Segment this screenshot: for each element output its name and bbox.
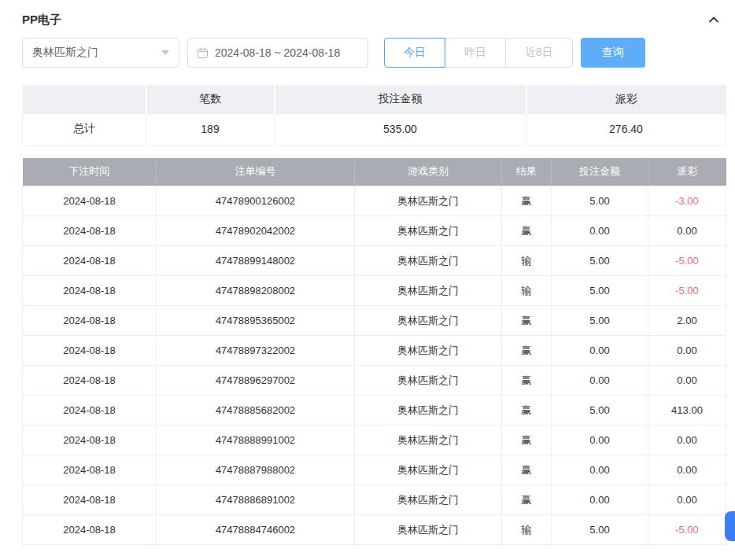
cell-bet-id: 47478886891002 bbox=[157, 485, 355, 515]
cell-bet-time: 2024-08-18 bbox=[23, 396, 157, 426]
summary-header-blank bbox=[23, 85, 146, 113]
chevron-down-icon bbox=[161, 50, 169, 55]
quick-range-yesterday-button[interactable]: 昨日 bbox=[445, 38, 506, 68]
date-range-value: 2024-08-18 ~ 2024-08-18 bbox=[215, 46, 340, 59]
cell-game-category: 奥林匹斯之门 bbox=[355, 455, 502, 485]
cell-bet-id: 47478888991002 bbox=[157, 426, 355, 455]
cell-bet-id: 47478902042002 bbox=[157, 216, 355, 246]
table-row: 2024-08-1847478895365002奥林匹斯之门赢5.002.00 bbox=[23, 306, 726, 336]
summary-total-bet-amount: 535.00 bbox=[275, 113, 526, 145]
summary-total-payout: 276.40 bbox=[526, 113, 726, 145]
cell-game-category: 奥林匹斯之门 bbox=[355, 186, 502, 216]
cell-bet-amount: 0.00 bbox=[552, 455, 648, 485]
records-table: 下注时间 注单编号 游戏类别 结果 投注金额 派彩 2024-08-184747… bbox=[22, 158, 726, 546]
cell-bet-amount: 0.00 bbox=[552, 366, 648, 396]
cell-payout: 0.00 bbox=[648, 366, 726, 396]
cell-game-category: 奥林匹斯之门 bbox=[355, 366, 502, 396]
cell-result: 赢 bbox=[502, 426, 552, 455]
table-row: 2024-08-1847478886891002奥林匹斯之门赢0.000.00 bbox=[23, 485, 726, 515]
pp-games-panel: PP电子 奥林匹斯之门 2024-08-18 ~ 2024-08-18 今日 昨… bbox=[0, 0, 735, 560]
cell-result: 赢 bbox=[502, 336, 552, 366]
table-row: 2024-08-1847478885682002奥林匹斯之门赢5.00413.0… bbox=[23, 396, 726, 426]
cell-bet-amount: 5.00 bbox=[552, 515, 648, 545]
cell-game-category: 奥林匹斯之门 bbox=[355, 426, 502, 455]
table-row: 2024-08-1847478899148002奥林匹斯之门输5.00-5.00 bbox=[23, 246, 726, 276]
cell-payout: -5.00 bbox=[648, 276, 726, 306]
cell-bet-time: 2024-08-18 bbox=[23, 246, 157, 276]
cell-bet-id: 47478898208002 bbox=[157, 276, 355, 306]
cell-game-category: 奥林匹斯之门 bbox=[355, 396, 502, 426]
cell-bet-amount: 0.00 bbox=[552, 336, 648, 366]
cell-game-category: 奥林匹斯之门 bbox=[355, 216, 502, 246]
date-range-input[interactable]: 2024-08-18 ~ 2024-08-18 bbox=[187, 38, 368, 68]
cell-game-category: 奥林匹斯之门 bbox=[355, 276, 502, 306]
cell-bet-id: 47478900126002 bbox=[157, 186, 355, 216]
quick-range-last8days-button[interactable]: 近8日 bbox=[505, 38, 573, 68]
cell-bet-time: 2024-08-18 bbox=[23, 455, 157, 485]
cell-payout: 0.00 bbox=[648, 455, 726, 485]
records-header-payout: 派彩 bbox=[648, 158, 726, 186]
cell-bet-id: 47478899148002 bbox=[157, 246, 355, 276]
table-row: 2024-08-1847478887988002奥林匹斯之门赢0.000.00 bbox=[23, 455, 726, 485]
table-row: 2024-08-1847478898208002奥林匹斯之门输5.00-5.00 bbox=[23, 276, 726, 306]
cell-bet-amount: 5.00 bbox=[552, 186, 648, 216]
cell-payout: 2.00 bbox=[648, 306, 726, 336]
cell-result: 赢 bbox=[502, 396, 552, 426]
cell-payout: 0.00 bbox=[648, 485, 726, 515]
table-row: 2024-08-1847478896297002奥林匹斯之门赢0.000.00 bbox=[23, 366, 726, 396]
summary-total-label: 总计 bbox=[23, 113, 146, 145]
summary-total-count: 189 bbox=[146, 113, 275, 145]
cell-bet-amount: 0.00 bbox=[552, 426, 648, 455]
calendar-icon bbox=[197, 47, 209, 59]
cell-bet-amount: 0.00 bbox=[552, 485, 648, 515]
cell-bet-amount: 5.00 bbox=[552, 306, 648, 336]
records-header-row: 下注时间 注单编号 游戏类别 结果 投注金额 派彩 bbox=[23, 158, 726, 186]
cell-bet-time: 2024-08-18 bbox=[23, 336, 157, 366]
cell-bet-amount: 5.00 bbox=[552, 276, 648, 306]
cell-result: 赢 bbox=[502, 485, 552, 515]
cell-game-category: 奥林匹斯之门 bbox=[355, 515, 502, 545]
cell-bet-time: 2024-08-18 bbox=[23, 276, 157, 306]
cell-bet-time: 2024-08-18 bbox=[23, 426, 157, 455]
cell-bet-id: 47478896297002 bbox=[157, 366, 355, 396]
cell-result: 输 bbox=[502, 246, 552, 276]
cell-result: 输 bbox=[502, 515, 552, 545]
game-select[interactable]: 奥林匹斯之门 bbox=[22, 38, 179, 68]
floating-widget-button[interactable] bbox=[725, 511, 735, 541]
cell-payout: -3.00 bbox=[648, 186, 726, 216]
summary-header-count: 笔数 bbox=[146, 85, 275, 113]
table-row: 2024-08-1847478897322002奥林匹斯之门赢0.000.00 bbox=[23, 336, 726, 366]
search-button[interactable]: 查询 bbox=[581, 38, 645, 68]
game-select-value: 奥林匹斯之门 bbox=[32, 46, 98, 60]
filter-bar: 奥林匹斯之门 2024-08-18 ~ 2024-08-18 今日 昨日 近8日… bbox=[0, 38, 735, 68]
records-header-game: 游戏类别 bbox=[355, 158, 502, 186]
cell-bet-id: 47478885682002 bbox=[157, 396, 355, 426]
records-header-time: 下注时间 bbox=[23, 158, 157, 186]
summary-header-row: 笔数 投注金额 派彩 bbox=[23, 85, 726, 113]
quick-range-group: 今日 昨日 近8日 bbox=[384, 38, 573, 68]
records-header-amount: 投注金额 bbox=[552, 158, 648, 186]
collapse-chevron-up-icon[interactable] bbox=[707, 13, 721, 27]
table-row: 2024-08-1847478884746002奥林匹斯之门输5.00-5.00 bbox=[23, 515, 726, 545]
table-row: 2024-08-1847478902042002奥林匹斯之门赢0.000.00 bbox=[23, 216, 726, 246]
cell-result: 赢 bbox=[502, 366, 552, 396]
cell-game-category: 奥林匹斯之门 bbox=[355, 246, 502, 276]
cell-game-category: 奥林匹斯之门 bbox=[355, 336, 502, 366]
cell-bet-amount: 0.00 bbox=[552, 216, 648, 246]
cell-payout: -5.00 bbox=[648, 246, 726, 276]
cell-bet-time: 2024-08-18 bbox=[23, 216, 157, 246]
cell-bet-amount: 5.00 bbox=[552, 246, 648, 276]
cell-bet-amount: 5.00 bbox=[552, 396, 648, 426]
cell-result: 赢 bbox=[502, 186, 552, 216]
records-header-result: 结果 bbox=[502, 158, 552, 186]
cell-game-category: 奥林匹斯之门 bbox=[355, 485, 502, 515]
cell-bet-time: 2024-08-18 bbox=[23, 306, 157, 336]
cell-payout: 413.00 bbox=[648, 396, 726, 426]
cell-bet-time: 2024-08-18 bbox=[23, 485, 157, 515]
quick-range-today-button[interactable]: 今日 bbox=[384, 38, 445, 68]
panel-header: PP电子 bbox=[0, 0, 735, 35]
cell-bet-id: 47478897322002 bbox=[157, 336, 355, 366]
summary-header-bet-amount: 投注金额 bbox=[275, 85, 526, 113]
cell-payout: -5.00 bbox=[648, 515, 726, 545]
cell-result: 赢 bbox=[502, 455, 552, 485]
